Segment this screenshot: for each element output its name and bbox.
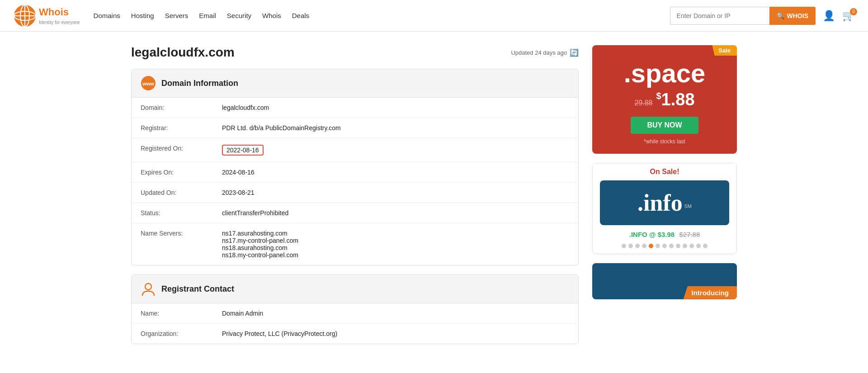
nav-domains[interactable]: Domains: [94, 12, 120, 19]
info-tld-text: .info: [637, 190, 683, 216]
dot-13[interactable]: [703, 244, 708, 248]
info-price-row: .INFO @ $3.98 $27.88: [593, 225, 736, 244]
search-input[interactable]: [670, 7, 769, 25]
svg-text:www: www: [142, 81, 154, 86]
contact-icon: [141, 281, 156, 297]
introducing-banner: Introducing: [592, 263, 737, 299]
main-header: Whois Identity for everyone Domains Host…: [0, 0, 868, 32]
field-value: Privacy Protect, LLC (PrivacyProtect.org…: [213, 324, 578, 344]
user-icon: 👤: [823, 10, 835, 21]
sale-tld: .space: [601, 59, 728, 88]
field-value: ns17.asurahosting.com ns17.my-control-pa…: [213, 223, 578, 265]
field-label: Updated On:: [132, 183, 213, 203]
page-title: legalcloudfx.com: [131, 45, 235, 60]
dot-4[interactable]: [642, 244, 646, 248]
field-label: Status:: [132, 203, 213, 223]
sale-old-price: 29.88: [634, 99, 652, 107]
field-value: 2024-08-16: [213, 162, 578, 183]
field-label: Name Servers:: [132, 223, 213, 265]
field-value: clientTransferProhibited: [213, 203, 578, 223]
right-column: Sale .space 29.88 $1.88 BUY NOW *while s…: [592, 45, 737, 353]
dot-7[interactable]: [662, 244, 667, 248]
user-icon-button[interactable]: 👤: [823, 10, 835, 22]
table-row: Registrar: PDR Ltd. d/b/a PublicDomainRe…: [132, 118, 578, 138]
field-value: legalcloudfx.com: [213, 98, 578, 118]
dot-10[interactable]: [683, 244, 687, 248]
registrant-contact-card: Registrant Contact Name: Domain Admin Or…: [131, 274, 579, 344]
on-sale-header: On Sale!: [593, 163, 736, 180]
field-value: 2023-08-21: [213, 183, 578, 203]
registrant-header: Registrant Contact: [132, 275, 578, 303]
table-row: Name Servers: ns17.asurahosting.com ns17…: [132, 223, 578, 265]
search-area: 🔍 WHOIS: [670, 7, 816, 25]
old-price-strikethrough: 29.88: [634, 99, 652, 107]
refresh-icon[interactable]: 🔄: [570, 48, 579, 57]
new-price-value: 1.88: [661, 90, 695, 109]
search-button[interactable]: 🔍 WHOIS: [769, 7, 816, 25]
dot-9[interactable]: [676, 244, 680, 248]
www-icon: www: [141, 76, 156, 91]
table-row: Status: clientTransferProhibited: [132, 203, 578, 223]
sale-price-row: 29.88 $1.88: [601, 90, 728, 109]
domain-info-title: Domain Information: [161, 79, 238, 88]
left-column: legalcloudfx.com Updated 24 days ago 🔄 w…: [131, 45, 579, 353]
page-title-row: legalcloudfx.com Updated 24 days ago 🔄: [131, 45, 579, 60]
logo-link[interactable]: Whois Identity for everyone: [14, 5, 80, 27]
updated-text: Updated 24 days ago: [511, 49, 567, 56]
table-row: Expires On: 2024-08-16: [132, 162, 578, 183]
table-row: Registered On: 2022-08-16: [132, 138, 578, 162]
field-label: Domain:: [132, 98, 213, 118]
info-price-label: .INFO @ $3.98: [629, 231, 675, 238]
dot-12[interactable]: [696, 244, 701, 248]
domain-info-table: Domain: legalcloudfx.com Registrar: PDR …: [132, 98, 578, 265]
dot-8[interactable]: [669, 244, 674, 248]
cart-icon-button[interactable]: 🛒 0: [842, 10, 854, 22]
nav-servers[interactable]: Servers: [165, 12, 189, 19]
table-row: Updated On: 2023-08-21: [132, 183, 578, 203]
nav-deals[interactable]: Deals: [292, 12, 309, 19]
updated-status: Updated 24 days ago 🔄: [511, 48, 579, 57]
svg-point-7: [145, 283, 151, 290]
field-label: Registered On:: [132, 138, 213, 162]
nav-hosting[interactable]: Hosting: [131, 12, 154, 19]
main-content: legalcloudfx.com Updated 24 days ago 🔄 w…: [118, 32, 750, 353]
introducing-tag: Introducing: [684, 286, 737, 299]
field-label: Expires On:: [132, 162, 213, 183]
sale-banner: Sale .space 29.88 $1.88 BUY NOW *while s…: [592, 45, 737, 154]
domain-info-header: www Domain Information: [132, 69, 578, 98]
cart-badge: 0: [850, 8, 857, 15]
logo-text: Whois Identity for everyone: [39, 6, 80, 25]
currency-symbol: $: [656, 91, 661, 101]
search-button-label: WHOIS: [787, 12, 808, 19]
on-sale-box: On Sale! .info SM .INFO @ $3.98 $27.88: [592, 163, 737, 254]
dot-6[interactable]: [656, 244, 660, 248]
info-logo-area: .info SM: [600, 180, 729, 225]
dot-3[interactable]: [635, 244, 640, 248]
field-label: Registrar:: [132, 118, 213, 138]
field-value: 2022-08-16: [213, 138, 578, 162]
buy-now-button[interactable]: BUY NOW: [631, 117, 698, 134]
field-value: Domain Admin: [213, 303, 578, 324]
table-row: Name: Domain Admin: [132, 303, 578, 324]
info-tld-logo: .info SM: [637, 189, 692, 216]
dot-11[interactable]: [689, 244, 694, 248]
sale-tag: Sale: [712, 45, 737, 56]
registrant-table: Name: Domain Admin Organization: Privacy…: [132, 303, 578, 344]
whois-logo-icon: [14, 5, 36, 27]
main-nav: Domains Hosting Servers Email Security W…: [94, 12, 670, 19]
nav-security[interactable]: Security: [227, 12, 251, 19]
dot-1[interactable]: [622, 244, 626, 248]
search-icon: 🔍: [777, 12, 784, 19]
field-value: PDR Ltd. d/b/a PublicDomainRegistry.com: [213, 118, 578, 138]
nav-email[interactable]: Email: [199, 12, 216, 19]
domain-info-card: www Domain Information Domain: legalclou…: [131, 69, 579, 265]
registrant-title: Registrant Contact: [161, 284, 234, 294]
dot-5-active[interactable]: [649, 244, 653, 248]
nav-whois[interactable]: Whois: [262, 12, 281, 19]
dot-2[interactable]: [628, 244, 633, 248]
header-icons: 👤 🛒 0: [823, 10, 854, 22]
sale-footnote: *while stocks last: [644, 138, 685, 145]
info-sm-text: SM: [684, 203, 692, 209]
registered-date-highlight: 2022-08-16: [222, 145, 264, 156]
field-label: Organization:: [132, 324, 213, 344]
